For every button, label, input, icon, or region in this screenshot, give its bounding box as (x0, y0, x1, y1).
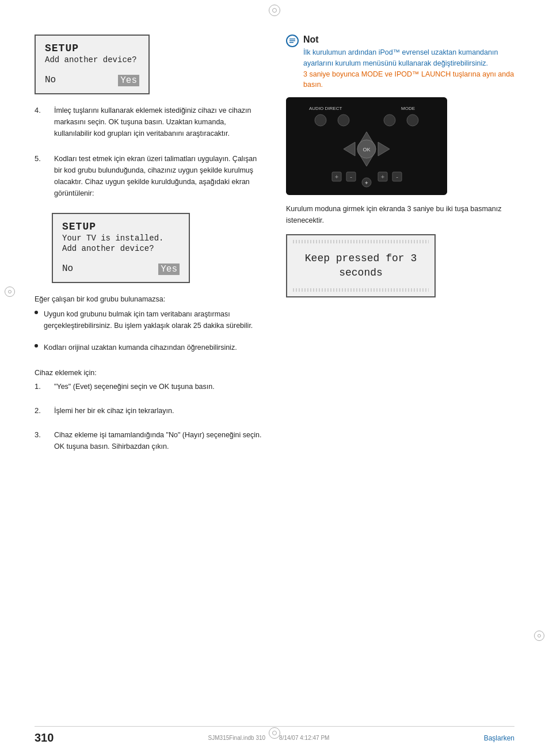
add-device-steps: 1. "Yes" (Evet) seçeneğini seçin ve OK t… (35, 381, 263, 458)
footer-meta: SJM315Final.indb 310 8/14/07 4:12:47 PM (208, 735, 330, 741)
remote-image: AUDIO DIRECT MODE (286, 97, 447, 195)
bullet-dot-1 (35, 311, 38, 314)
step-5-list: 5. Kodları test etmek için ekran üzeri t… (35, 153, 263, 205)
screen-keep-top-bar (293, 240, 429, 243)
footer-date: 8/14/07 4:12:47 PM (279, 735, 329, 741)
bullet-1-text: Uygun kod grubunu bulmak için tam verita… (44, 308, 263, 331)
screen2-line1: Your TV is installed. (62, 234, 180, 243)
screen1-options: No Yes (45, 75, 139, 86)
screen-keep-bottom-bar (293, 288, 429, 292)
screen2-no: No (62, 264, 73, 275)
footer-file: SJM315Final.indb 310 (208, 735, 266, 741)
deco-circle-left (5, 287, 15, 297)
add-step-2-num: 2. (35, 405, 45, 422)
screen-keep-line2: seconds (305, 266, 417, 280)
add-step-1: 1. "Yes" (Evet) seçeneğini seçin ve OK t… (35, 381, 263, 398)
left-column: SETUP Add another device? No Yes 4. İmle… (35, 35, 263, 466)
note-text-orange: 3 saniye boyunca MODE ve IPOD™ LAUNCH tu… (303, 69, 514, 91)
step-5: 5. Kodları test etmek için ekran üzeri t… (35, 153, 263, 205)
svg-point-8 (384, 114, 395, 126)
screen1-yes: Yes (118, 75, 139, 86)
footer-section: Başlarken (484, 734, 514, 742)
add-device-label: Cihaz eklemek için: (35, 367, 263, 379)
note-title: Not (303, 35, 514, 45)
bullet-2-text: Kodları orijinal uzaktan kumanda cihazın… (44, 342, 263, 353)
page-number: 310 (35, 731, 54, 744)
svg-text:AUDIO DIRECT: AUDIO DIRECT (309, 106, 342, 111)
deco-circle-right (534, 631, 544, 641)
note-icon-circle (286, 35, 299, 47)
screen1-no: No (45, 75, 56, 86)
screen-box-1: SETUP Add another device? No Yes (35, 35, 150, 94)
screen-keep: Keep pressed for 3 seconds (286, 234, 436, 297)
svg-text:+: + (381, 173, 384, 180)
bullet-dot-2 (35, 344, 38, 348)
add-step-3-num: 3. (35, 429, 45, 458)
svg-text:MODE: MODE (401, 106, 415, 111)
svg-rect-2 (289, 42, 293, 43)
no-code-label: Eğer çalışan bir kod grubu bulunamazsa: (35, 293, 263, 305)
screen2-options: No Yes (62, 264, 180, 275)
screen2-yes: Yes (158, 264, 180, 275)
deco-circle-top (269, 5, 280, 16)
bullet-list: Uygun kod grubunu bulmak için tam verita… (35, 308, 263, 359)
add-step-3: 3. Cihaz ekleme işi tamamlandığında "No"… (35, 429, 263, 458)
screen1-title: SETUP (45, 43, 139, 54)
right-column: Not İlk kurulumun ardından iPod™ evrense… (286, 35, 514, 466)
note-text-blue-span: İlk kurulumun ardından iPod™ evrensel uz… (303, 48, 498, 67)
add-step-2: 2. İşlemi her bir ek cihaz için tekrarla… (35, 405, 263, 422)
add-step-1-text: "Yes" (Evet) seçeneğini seçin ve OK tuşu… (54, 381, 263, 392)
bullet-1: Uygun kod grubunu bulmak için tam verita… (35, 308, 263, 337)
note-icon-svg (288, 37, 296, 45)
footer: 310 SJM315Final.indb 310 8/14/07 4:12:47… (35, 726, 514, 744)
svg-text:OK: OK (363, 147, 370, 152)
step-4-text: İmleç tuşlarını kullanarak eklemek isted… (54, 105, 263, 139)
screen1-line1: Add another device? (45, 55, 139, 64)
note-content: Not İlk kurulumun ardından iPod™ evrense… (303, 35, 514, 90)
svg-text:✦: ✦ (364, 180, 369, 186)
svg-point-7 (338, 114, 349, 126)
step-4: 4. İmleç tuşlarını kullanarak eklemek is… (35, 105, 263, 145)
svg-text:+: + (335, 173, 338, 180)
screen2-line2: Add another device? (62, 244, 180, 253)
note-text-blue: İlk kurulumun ardından iPod™ evrensel uz… (303, 47, 514, 69)
svg-point-9 (407, 114, 418, 126)
step-5-num: 5. (35, 153, 45, 205)
svg-point-6 (315, 114, 326, 126)
add-step-3-text: Cihaz ekleme işi tamamlandığında "No" (H… (54, 429, 263, 452)
description-text: Kurulum moduna girmek için ekranda 3 san… (286, 203, 514, 226)
svg-rect-0 (289, 39, 295, 40)
step-5-text: Kodları test etmek için ekran üzeri tali… (54, 153, 263, 199)
add-step-1-num: 1. (35, 381, 45, 398)
screen-box-2: SETUP Your TV is installed. Add another … (52, 213, 190, 283)
remote-svg: AUDIO DIRECT MODE (286, 97, 447, 195)
step-4-list: 4. İmleç tuşlarını kullanarak eklemek is… (35, 105, 263, 145)
screen-keep-line1: Keep pressed for 3 (305, 251, 417, 266)
screen-keep-content: Keep pressed for 3 seconds (305, 251, 417, 280)
add-step-2-text: İşlemi her bir ek cihaz için tekrarlayın… (54, 405, 263, 417)
screen2-title: SETUP (62, 221, 180, 232)
bullet-2: Kodları orijinal uzaktan kumanda cihazın… (35, 342, 263, 359)
note-box: Not İlk kurulumun ardından iPod™ evrense… (286, 35, 514, 90)
svg-text:-: - (396, 173, 398, 180)
step-4-num: 4. (35, 105, 45, 145)
svg-rect-1 (289, 40, 295, 41)
svg-text:-: - (350, 173, 352, 180)
